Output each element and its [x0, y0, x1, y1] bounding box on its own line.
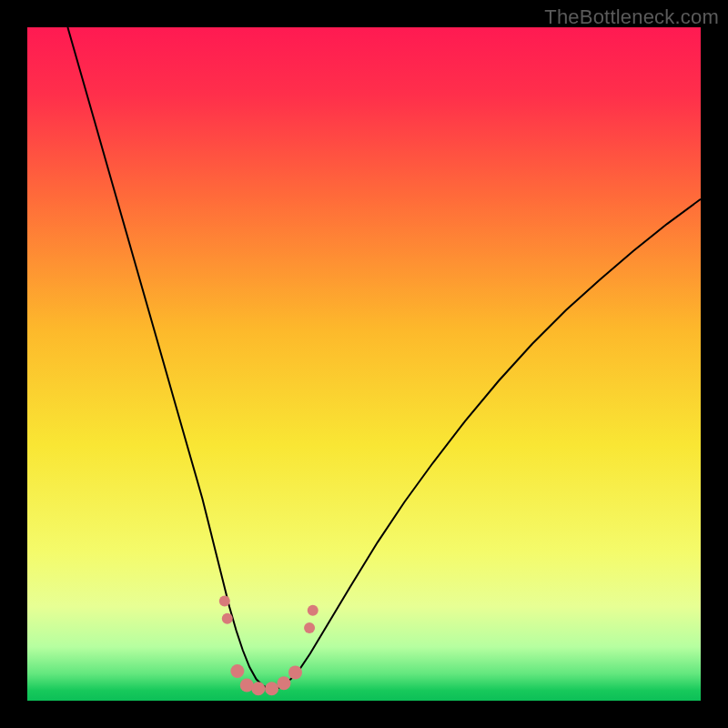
marker-dot: [222, 613, 233, 624]
marker-dot: [288, 665, 302, 679]
chart-plot: [27, 27, 701, 701]
marker-dot: [308, 605, 318, 616]
outer-frame: TheBottleneck.com: [0, 0, 728, 728]
marker-dot: [219, 595, 230, 606]
marker-dot: [251, 682, 265, 695]
marker-dot: [277, 676, 290, 690]
marker-dot: [230, 664, 244, 678]
marker-dot: [304, 622, 315, 633]
watermark-text: TheBottleneck.com: [544, 5, 719, 29]
gradient-background: [27, 27, 701, 701]
marker-dot: [265, 682, 278, 695]
